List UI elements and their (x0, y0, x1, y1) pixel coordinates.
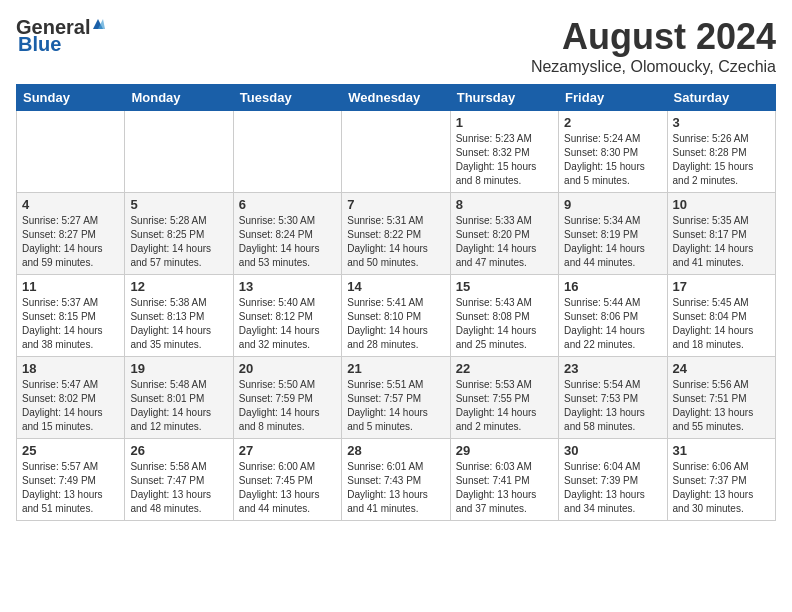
calendar-day-header-wednesday: Wednesday (342, 85, 450, 111)
calendar-cell: 26Sunrise: 5:58 AM Sunset: 7:47 PM Dayli… (125, 439, 233, 521)
day-info: Sunrise: 5:28 AM Sunset: 8:25 PM Dayligh… (130, 214, 227, 270)
day-number: 31 (673, 443, 770, 458)
day-number: 16 (564, 279, 661, 294)
calendar-cell: 25Sunrise: 5:57 AM Sunset: 7:49 PM Dayli… (17, 439, 125, 521)
day-number: 6 (239, 197, 336, 212)
calendar-cell: 17Sunrise: 5:45 AM Sunset: 8:04 PM Dayli… (667, 275, 775, 357)
calendar-cell: 19Sunrise: 5:48 AM Sunset: 8:01 PM Dayli… (125, 357, 233, 439)
day-number: 10 (673, 197, 770, 212)
day-number: 22 (456, 361, 553, 376)
day-info: Sunrise: 5:54 AM Sunset: 7:53 PM Dayligh… (564, 378, 661, 434)
calendar-cell (342, 111, 450, 193)
day-number: 13 (239, 279, 336, 294)
day-number: 25 (22, 443, 119, 458)
calendar-week-row: 18Sunrise: 5:47 AM Sunset: 8:02 PM Dayli… (17, 357, 776, 439)
page-header: General Blue August 2024 Nezamyslice, Ol… (16, 16, 776, 76)
logo: General Blue (16, 16, 105, 56)
day-number: 19 (130, 361, 227, 376)
calendar-cell: 22Sunrise: 5:53 AM Sunset: 7:55 PM Dayli… (450, 357, 558, 439)
day-number: 18 (22, 361, 119, 376)
day-info: Sunrise: 5:30 AM Sunset: 8:24 PM Dayligh… (239, 214, 336, 270)
calendar-cell: 5Sunrise: 5:28 AM Sunset: 8:25 PM Daylig… (125, 193, 233, 275)
calendar-cell: 15Sunrise: 5:43 AM Sunset: 8:08 PM Dayli… (450, 275, 558, 357)
day-info: Sunrise: 5:27 AM Sunset: 8:27 PM Dayligh… (22, 214, 119, 270)
calendar-day-header-friday: Friday (559, 85, 667, 111)
calendar-cell: 24Sunrise: 5:56 AM Sunset: 7:51 PM Dayli… (667, 357, 775, 439)
day-info: Sunrise: 5:33 AM Sunset: 8:20 PM Dayligh… (456, 214, 553, 270)
day-number: 23 (564, 361, 661, 376)
day-info: Sunrise: 5:53 AM Sunset: 7:55 PM Dayligh… (456, 378, 553, 434)
calendar-cell: 12Sunrise: 5:38 AM Sunset: 8:13 PM Dayli… (125, 275, 233, 357)
day-number: 17 (673, 279, 770, 294)
day-info: Sunrise: 5:24 AM Sunset: 8:30 PM Dayligh… (564, 132, 661, 188)
day-number: 27 (239, 443, 336, 458)
day-info: Sunrise: 5:58 AM Sunset: 7:47 PM Dayligh… (130, 460, 227, 516)
day-info: Sunrise: 5:37 AM Sunset: 8:15 PM Dayligh… (22, 296, 119, 352)
calendar-day-header-sunday: Sunday (17, 85, 125, 111)
logo-icon (91, 17, 105, 31)
day-number: 21 (347, 361, 444, 376)
calendar-cell: 28Sunrise: 6:01 AM Sunset: 7:43 PM Dayli… (342, 439, 450, 521)
calendar-cell: 9Sunrise: 5:34 AM Sunset: 8:19 PM Daylig… (559, 193, 667, 275)
page-title: August 2024 (531, 16, 776, 58)
day-number: 2 (564, 115, 661, 130)
day-info: Sunrise: 5:23 AM Sunset: 8:32 PM Dayligh… (456, 132, 553, 188)
calendar-day-header-saturday: Saturday (667, 85, 775, 111)
calendar-week-row: 25Sunrise: 5:57 AM Sunset: 7:49 PM Dayli… (17, 439, 776, 521)
calendar-cell: 16Sunrise: 5:44 AM Sunset: 8:06 PM Dayli… (559, 275, 667, 357)
calendar-week-row: 1Sunrise: 5:23 AM Sunset: 8:32 PM Daylig… (17, 111, 776, 193)
calendar-cell: 30Sunrise: 6:04 AM Sunset: 7:39 PM Dayli… (559, 439, 667, 521)
calendar-cell (125, 111, 233, 193)
calendar-day-header-thursday: Thursday (450, 85, 558, 111)
day-info: Sunrise: 6:00 AM Sunset: 7:45 PM Dayligh… (239, 460, 336, 516)
day-info: Sunrise: 5:35 AM Sunset: 8:17 PM Dayligh… (673, 214, 770, 270)
day-number: 12 (130, 279, 227, 294)
day-info: Sunrise: 6:04 AM Sunset: 7:39 PM Dayligh… (564, 460, 661, 516)
calendar-cell (17, 111, 125, 193)
day-number: 9 (564, 197, 661, 212)
calendar-header-row: SundayMondayTuesdayWednesdayThursdayFrid… (17, 85, 776, 111)
day-info: Sunrise: 5:56 AM Sunset: 7:51 PM Dayligh… (673, 378, 770, 434)
calendar-week-row: 4Sunrise: 5:27 AM Sunset: 8:27 PM Daylig… (17, 193, 776, 275)
calendar-day-header-monday: Monday (125, 85, 233, 111)
calendar-week-row: 11Sunrise: 5:37 AM Sunset: 8:15 PM Dayli… (17, 275, 776, 357)
day-info: Sunrise: 5:48 AM Sunset: 8:01 PM Dayligh… (130, 378, 227, 434)
day-number: 29 (456, 443, 553, 458)
day-number: 26 (130, 443, 227, 458)
day-info: Sunrise: 5:44 AM Sunset: 8:06 PM Dayligh… (564, 296, 661, 352)
day-info: Sunrise: 5:31 AM Sunset: 8:22 PM Dayligh… (347, 214, 444, 270)
day-info: Sunrise: 5:41 AM Sunset: 8:10 PM Dayligh… (347, 296, 444, 352)
day-info: Sunrise: 5:50 AM Sunset: 7:59 PM Dayligh… (239, 378, 336, 434)
calendar-cell: 6Sunrise: 5:30 AM Sunset: 8:24 PM Daylig… (233, 193, 341, 275)
day-info: Sunrise: 5:45 AM Sunset: 8:04 PM Dayligh… (673, 296, 770, 352)
day-number: 3 (673, 115, 770, 130)
day-number: 24 (673, 361, 770, 376)
day-info: Sunrise: 5:51 AM Sunset: 7:57 PM Dayligh… (347, 378, 444, 434)
day-number: 7 (347, 197, 444, 212)
calendar-cell: 11Sunrise: 5:37 AM Sunset: 8:15 PM Dayli… (17, 275, 125, 357)
day-number: 11 (22, 279, 119, 294)
calendar-cell: 23Sunrise: 5:54 AM Sunset: 7:53 PM Dayli… (559, 357, 667, 439)
day-number: 4 (22, 197, 119, 212)
logo-blue-text: Blue (18, 33, 61, 55)
day-number: 8 (456, 197, 553, 212)
day-info: Sunrise: 6:06 AM Sunset: 7:37 PM Dayligh… (673, 460, 770, 516)
day-number: 28 (347, 443, 444, 458)
calendar-cell (233, 111, 341, 193)
calendar-cell: 14Sunrise: 5:41 AM Sunset: 8:10 PM Dayli… (342, 275, 450, 357)
calendar-cell: 20Sunrise: 5:50 AM Sunset: 7:59 PM Dayli… (233, 357, 341, 439)
calendar-cell: 27Sunrise: 6:00 AM Sunset: 7:45 PM Dayli… (233, 439, 341, 521)
calendar-cell: 21Sunrise: 5:51 AM Sunset: 7:57 PM Dayli… (342, 357, 450, 439)
day-number: 14 (347, 279, 444, 294)
calendar-cell: 13Sunrise: 5:40 AM Sunset: 8:12 PM Dayli… (233, 275, 341, 357)
calendar-table: SundayMondayTuesdayWednesdayThursdayFrid… (16, 84, 776, 521)
day-number: 1 (456, 115, 553, 130)
day-info: Sunrise: 5:43 AM Sunset: 8:08 PM Dayligh… (456, 296, 553, 352)
calendar-cell: 10Sunrise: 5:35 AM Sunset: 8:17 PM Dayli… (667, 193, 775, 275)
calendar-day-header-tuesday: Tuesday (233, 85, 341, 111)
day-info: Sunrise: 5:38 AM Sunset: 8:13 PM Dayligh… (130, 296, 227, 352)
day-info: Sunrise: 5:34 AM Sunset: 8:19 PM Dayligh… (564, 214, 661, 270)
day-info: Sunrise: 6:03 AM Sunset: 7:41 PM Dayligh… (456, 460, 553, 516)
calendar-cell: 2Sunrise: 5:24 AM Sunset: 8:30 PM Daylig… (559, 111, 667, 193)
calendar-cell: 8Sunrise: 5:33 AM Sunset: 8:20 PM Daylig… (450, 193, 558, 275)
